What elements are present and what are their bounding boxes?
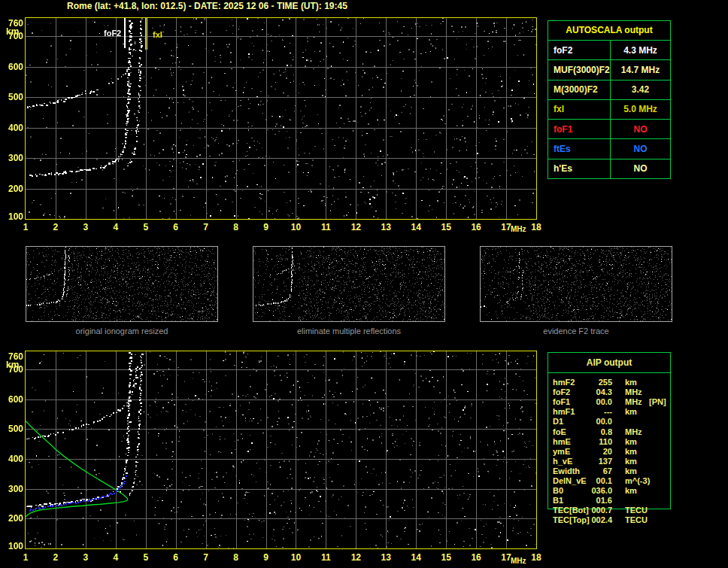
autoscala-param: foF2 [548, 41, 611, 59]
x-tick-label: 2 [47, 553, 64, 562]
x-tick-label: 13 [378, 553, 394, 562]
x-tick-label: 5 [138, 223, 154, 232]
aip-table-title: AIP output [548, 353, 670, 373]
aip-unit: MHz [625, 397, 642, 407]
autoscala-param: ftEs [548, 139, 611, 158]
x-tick-label: 13 [378, 223, 394, 232]
aip-param: D1 [553, 417, 563, 427]
x-tick-label: 4 [108, 223, 124, 232]
aip-unit: MHz [625, 427, 642, 437]
top-ionogram-canvas [26, 18, 536, 219]
thumbnail-eliminate-reflections [253, 246, 445, 322]
aip-unit: km [625, 447, 637, 457]
aip-unit: km [625, 486, 637, 496]
y-tick-label: 600 [2, 395, 23, 404]
thumbnail-original-ionogram [26, 246, 218, 322]
aip-value: 20 [576, 447, 612, 457]
aip-unit: m^(-3) [625, 476, 650, 486]
aip-param: hmF1 [553, 407, 575, 417]
aip-row: ymE20km [548, 447, 671, 457]
aip-unit: km [625, 378, 637, 387]
x-tick-label: 18 [528, 223, 544, 232]
y-tick-label: 200 [2, 514, 23, 523]
x-tick-label: 10 [287, 553, 304, 562]
aip-value: 01.6 [576, 496, 612, 506]
x-tick-label: 16 [468, 553, 484, 562]
x-tick-label: 2 [47, 223, 64, 232]
aip-row: foE0.8MHz [548, 427, 671, 437]
x-tick-label: 3 [77, 553, 94, 562]
y-tick-label: 700 [2, 365, 23, 374]
x-tick-label: 9 [258, 223, 275, 232]
aip-param: foF1 [553, 397, 570, 407]
autoscala-table-title: AUTOSCALA output [548, 21, 670, 41]
aip-unit: km [625, 437, 637, 447]
aip-note: [PN] [649, 397, 666, 407]
y-tick-label: 200 [2, 184, 23, 193]
x-tick-label: 17 [498, 553, 514, 562]
aip-param: B1 [553, 496, 563, 506]
y-tick-label: 300 [2, 484, 23, 494]
aip-row: TEC[Bot]000.7TECU [548, 506, 671, 515]
caption-eliminate-reflections: eliminate multiple reflections [253, 327, 445, 336]
station-date-time-title: Rome (lat: +41.8, lon: 012.5) - DATE: 20… [67, 1, 347, 11]
aip-value: 002.4 [576, 515, 612, 525]
y-tick-label: 600 [2, 62, 23, 71]
aip-value: 036.0 [576, 486, 612, 496]
autoscala-value: 4.3 MHz [611, 41, 670, 59]
x-tick-label: 11 [317, 223, 334, 232]
autoscala-param: h'Es [548, 159, 611, 178]
x-tick-label: 8 [228, 223, 244, 232]
aip-param: B0 [553, 486, 563, 496]
aip-row: foF100.0MHz[PN] [548, 397, 671, 407]
y-tick-label: 500 [2, 424, 23, 433]
x-tick-label: 18 [528, 553, 544, 562]
aip-param: ymE [553, 447, 570, 457]
autoscala-row: fxI5.0 MHz [548, 100, 670, 120]
x-tick-label: 6 [168, 553, 184, 562]
x-tick-label: 14 [408, 223, 424, 232]
aip-param: hmE [553, 437, 571, 447]
x-tick-label: 8 [228, 553, 244, 562]
aip-value: 00.0 [576, 397, 612, 407]
y-tick-label: 700 [2, 32, 23, 41]
aip-row: DelN_vE00.1m^(-3) [548, 476, 671, 486]
aip-unit: km [625, 466, 637, 476]
x-tick-label: 12 [347, 223, 364, 232]
autoscala-table-rows: foF24.3 MHzMUF(3000)F214.7 MHzM(3000)F23… [548, 41, 670, 178]
x-tick-label: 4 [108, 553, 124, 562]
aip-value: 255 [576, 378, 612, 387]
autoscala-row: foF1NO [548, 120, 670, 139]
x-tick-label: 12 [347, 553, 364, 562]
aip-param: foE [553, 427, 566, 437]
x-tick-label: 5 [138, 553, 154, 562]
aip-row: B101.6 [548, 496, 671, 506]
autoscala-row: M(3000)F23.42 [548, 80, 670, 100]
x-tick-label: 15 [438, 223, 454, 232]
aip-row: D100.0 [548, 417, 671, 427]
thumbnail-evidence-canvas [481, 247, 672, 321]
aip-row: h_vE137km [548, 457, 671, 466]
y-tick-label: 760 [2, 19, 23, 28]
aip-unit: km [625, 457, 637, 466]
y-tick-label: 400 [2, 123, 23, 132]
x-tick-label: 1 [17, 223, 34, 232]
aip-value: 000.7 [576, 506, 612, 515]
autoscala-param: MUF(3000)F2 [548, 60, 611, 79]
autoscala-value: 14.7 MHz [611, 60, 670, 79]
aip-row: hmF1---km [548, 407, 671, 417]
bottom-ionogram-plot [25, 351, 537, 549]
autoscala-row: h'EsNO [548, 159, 670, 178]
aip-param: hmF2 [553, 378, 575, 387]
x-tick-label: 7 [198, 223, 214, 232]
autoscala-output-table: AUTOSCALA output foF24.3 MHzMUF(3000)F21… [548, 20, 671, 179]
autoscala-value: 5.0 MHz [611, 100, 670, 119]
x-tick-label: 1 [17, 553, 34, 562]
aip-row: TEC[Top]002.4TECU [548, 515, 671, 525]
x-tick-label: 7 [198, 553, 214, 562]
autoscala-row: ftEsNO [548, 139, 670, 159]
y-tick-label: 400 [2, 454, 23, 463]
aip-value: 00.0 [576, 417, 612, 427]
x-tick-label: 10 [287, 223, 304, 232]
y-tick-label: 300 [2, 153, 23, 163]
